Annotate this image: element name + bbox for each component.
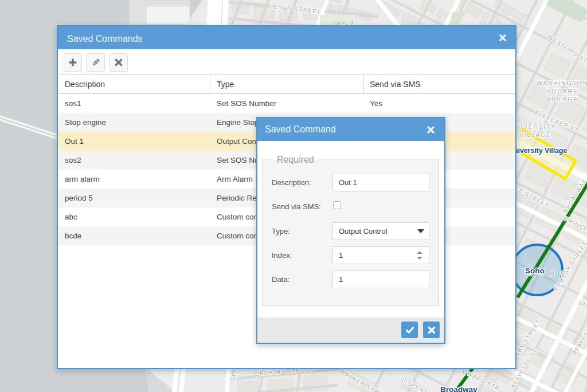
svg-text:NIVERSITY: NIVERSITY xyxy=(515,124,556,130)
svg-text:WASHINGTON: WASHINGTON xyxy=(537,80,587,87)
svg-text:niversity Village: niversity Village xyxy=(514,147,567,155)
svg-text:GR: GR xyxy=(230,369,237,379)
svg-text:VILLAGE: VILLAGE xyxy=(519,132,551,138)
svg-text:Broadway: Broadway xyxy=(440,385,478,392)
svg-text:VILLAGE: VILLAGE xyxy=(546,96,578,103)
svg-text:Soho: Soho xyxy=(525,266,545,275)
svg-text:SQUARE: SQUARE xyxy=(546,88,578,95)
